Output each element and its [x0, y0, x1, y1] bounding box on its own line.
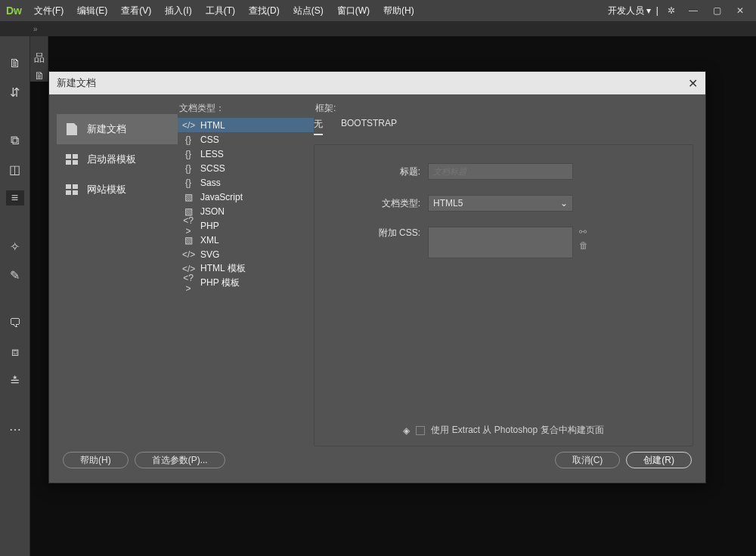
doc-type-label: XML — [200, 235, 219, 246]
tabstrip: » — [0, 21, 756, 36]
tab-arrow-icon[interactable]: » — [33, 25, 38, 33]
wand-tool-icon[interactable]: ✧ — [6, 239, 24, 254]
css-attach-box[interactable] — [428, 227, 573, 258]
doctype-value: HTML5 — [433, 198, 463, 208]
close-window-icon[interactable]: ✕ — [736, 5, 744, 16]
category-label: 启动器模板 — [87, 153, 136, 166]
workspace-label: 开发人员 — [608, 5, 644, 17]
doc-type-heading: 文档类型： — [178, 102, 314, 115]
form-column: 框架: 无 BOOTSTRAP 标题: 文档类型: HTML5 ⌄ — [314, 102, 698, 449]
category-site-templates[interactable]: 网站模板 — [57, 175, 178, 205]
doc-type-svg[interactable]: </>SVG — [178, 247, 314, 261]
menu-edit[interactable]: 编辑(E) — [77, 5, 107, 17]
gear-icon[interactable]: ✲ — [668, 5, 675, 16]
menu-insert[interactable]: 插入(I) — [165, 5, 191, 17]
more-tool-icon[interactable]: ⋯ — [6, 422, 24, 437]
doc-type-label: JSON — [200, 206, 225, 217]
menu-file[interactable]: 文件(F) — [34, 5, 64, 17]
doc-panel-icon[interactable]: 🗎 — [34, 70, 45, 82]
sitemap-icon[interactable]: 品 — [34, 51, 45, 65]
extract-checkbox[interactable] — [416, 426, 425, 435]
menubar: Dw 文件(F) 编辑(E) 查看(V) 插入(I) 工具(T) 查找(D) 站… — [0, 0, 756, 21]
title-input[interactable] — [428, 163, 573, 180]
comment-tool-icon[interactable]: 🗨 — [6, 316, 24, 331]
chevron-down-icon: ⌄ — [560, 198, 568, 208]
preferences-button[interactable]: 首选参数(P)... — [135, 452, 225, 468]
split-tool-icon[interactable]: ◫ — [6, 162, 24, 177]
arrows-tool-icon[interactable]: ⇵ — [6, 85, 24, 100]
css-label: 附加 CSS: — [330, 227, 420, 239]
script-icon: ▧ — [182, 192, 194, 202]
extract-row: ◈ 使用 Extract 从 Photoshop 复合中构建页面 — [330, 424, 677, 437]
window-controls: — ▢ ✕ — [689, 5, 744, 16]
dock-tool-icon[interactable]: ≡ — [6, 190, 24, 205]
sliders-tool-icon[interactable]: ≛ — [6, 373, 24, 388]
doc-type-json[interactable]: ▧JSON — [178, 204, 314, 218]
doc-type-css[interactable]: {}CSS — [178, 132, 314, 147]
chevron-down-icon: ▾ — [646, 5, 651, 16]
extract-icon: ◈ — [403, 425, 410, 436]
menu-window[interactable]: 窗口(W) — [337, 5, 370, 17]
menu-find[interactable]: 查找(D) — [249, 5, 280, 17]
menu-tools[interactable]: 工具(T) — [206, 5, 235, 17]
doc-type-label: HTML 模板 — [200, 262, 246, 275]
doc-type-sass[interactable]: {}Sass — [178, 175, 314, 190]
dialog-close-icon[interactable]: ✕ — [688, 76, 698, 91]
doc-type-label: PHP 模板 — [200, 276, 240, 289]
tiles-icon — [64, 182, 79, 197]
code-tool-icon[interactable]: ⧉ — [6, 133, 24, 148]
doc-type-javascript[interactable]: ▧JavaScript — [178, 190, 314, 204]
doc-type-scss[interactable]: {}SCSS — [178, 161, 314, 175]
framework-tab-bootstrap[interactable]: BOOTSTRAP — [341, 118, 397, 135]
workspace-switcher[interactable]: 开发人员 ▾ | — [608, 5, 658, 17]
document-icon — [64, 122, 79, 137]
php-icon: <?> — [182, 215, 194, 236]
category-label: 网站模板 — [87, 183, 126, 196]
doc-type-php-template[interactable]: <?>PHP 模板 — [178, 276, 314, 290]
code-icon: </> — [182, 120, 194, 131]
help-button[interactable]: 帮助(H) — [63, 452, 129, 468]
framework-heading: 框架: — [314, 102, 693, 115]
brush-tool-icon[interactable]: ✎ — [6, 267, 24, 283]
menu-view[interactable]: 查看(V) — [121, 5, 151, 17]
category-label: 新建文档 — [87, 122, 126, 136]
title-label: 标题: — [330, 165, 420, 178]
panel-tool-icon[interactable]: ⧈ — [6, 344, 24, 360]
doc-type-less[interactable]: {}LESS — [178, 147, 314, 161]
framework-tabs: 无 BOOTSTRAP — [314, 118, 693, 135]
create-button[interactable]: 创建(R) — [626, 452, 692, 468]
doc-type-list: </>HTML {}CSS {}LESS {}SCSS {}Sass ▧Java… — [178, 118, 314, 290]
braces-icon: {} — [182, 149, 194, 159]
braces-icon: {} — [182, 134, 194, 145]
doc-type-label: HTML — [200, 120, 225, 131]
doc-type-html[interactable]: </>HTML — [178, 118, 314, 132]
dialog-title: 新建文档 — [57, 76, 96, 90]
minimize-icon[interactable]: — — [689, 5, 698, 16]
link-icon[interactable]: ⚯ — [579, 227, 588, 237]
framework-tab-none[interactable]: 无 — [314, 118, 323, 135]
category-column: 新建文档 启动器模板 网站模板 — [57, 102, 178, 449]
dialog-titlebar: 新建文档 ✕ — [49, 72, 705, 94]
category-new-document[interactable]: 新建文档 — [57, 114, 178, 144]
form-panel: 标题: 文档类型: HTML5 ⌄ 附加 CSS: — [314, 144, 693, 446]
cancel-button[interactable]: 取消(C) — [555, 452, 621, 468]
braces-icon: {} — [182, 163, 194, 174]
trash-icon[interactable]: 🗑 — [579, 240, 588, 251]
tool-rail: 🗎 ⇵ ⧉ ◫ ≡ ✧ ✎ 🗨 ⧈ ≛ ⋯ — [0, 36, 30, 556]
php-icon: <?> — [182, 273, 194, 294]
category-starter-templates[interactable]: 启动器模板 — [57, 144, 178, 175]
maximize-icon[interactable]: ▢ — [713, 5, 721, 16]
app-logo: Dw — [6, 5, 22, 17]
doc-type-php[interactable]: <?>PHP — [178, 218, 314, 233]
doc-type-xml[interactable]: ▧XML — [178, 233, 314, 247]
doc-type-label: Sass — [200, 178, 221, 188]
file-tool-icon[interactable]: 🗎 — [6, 56, 24, 71]
menu-help[interactable]: 帮助(H) — [383, 5, 414, 17]
doc-type-html-template[interactable]: </>HTML 模板 — [178, 261, 314, 276]
doc-type-label: LESS — [200, 149, 224, 159]
menu-site[interactable]: 站点(S) — [293, 5, 324, 17]
panel-dock: 品 🗎 — [30, 36, 48, 82]
tiles-icon — [64, 152, 79, 167]
doctype-select[interactable]: HTML5 ⌄ — [428, 195, 573, 212]
doc-type-label: JavaScript — [200, 192, 243, 202]
